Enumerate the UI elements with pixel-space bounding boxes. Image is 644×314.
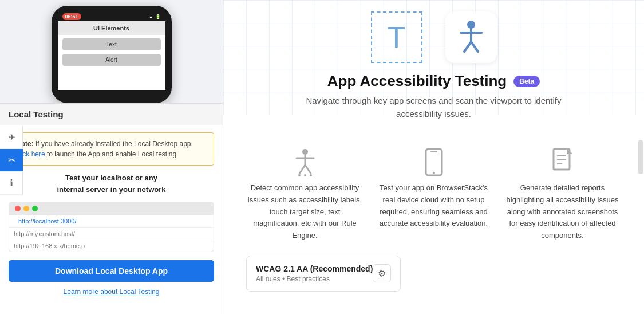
svg-line-4 (471, 42, 478, 52)
wcag-info: WCAG 2.1 AA (Recommended) All rules • Be… (256, 264, 373, 283)
browser-url-secondary-1: http://my.custom.host/ (9, 227, 214, 240)
svg-line-3 (464, 42, 471, 52)
phone-icons: ▲ 🔋 (149, 14, 161, 19)
phone-status-bar: 06:51 ▲ 🔋 (58, 12, 165, 21)
title-row: App Accessibility Testing Beta (327, 72, 540, 90)
feature-text-phone: Test your app on BrowserStack's real dev… (375, 182, 492, 230)
phone-screen-header: UI Elements (58, 21, 165, 35)
side-nav: ✈ ✂ ℹ (0, 126, 23, 195)
wifi-icon: ▲ (149, 14, 153, 19)
feature-card-phone: Test your app on BrowserStack's real dev… (375, 148, 492, 242)
nav-info[interactable]: ℹ (0, 172, 23, 195)
browser-close-dot (15, 206, 21, 211)
battery-icon: 🔋 (155, 14, 161, 19)
svg-line-8 (299, 165, 305, 174)
svg-point-10 (298, 174, 301, 176)
svg-rect-15 (430, 151, 437, 152)
send-icon: ✈ (8, 132, 15, 143)
phone-screen-alert-item: Alert (62, 54, 161, 66)
blueprint-letter: T (388, 22, 406, 52)
browser-url-secondary-2: http://192.168.x.x/home.p (9, 240, 214, 252)
beta-badge: Beta (513, 76, 540, 87)
bottom-section: WCAG 2.1 AA (Recommended) All rules • Be… (246, 256, 621, 292)
phone-mockup: 06:51 ▲ 🔋 UI Elements Text Alert (52, 6, 172, 103)
svg-line-9 (305, 165, 311, 174)
accessibility-hero: T App Accessibility Testing Beta (246, 11, 621, 134)
browser-minimize-dot (23, 206, 29, 211)
nav-scissors[interactable]: ✂ (0, 149, 23, 172)
scissors-icon: ✂ (8, 155, 15, 166)
phone-area: 06:51 ▲ 🔋 UI Elements Text Alert (0, 0, 223, 103)
svg-point-14 (433, 172, 435, 174)
wcag-title: WCAG 2.1 AA (Recommended) (256, 264, 373, 273)
feature-report-icon (551, 148, 574, 176)
hero-icons-row: T (371, 11, 497, 63)
note-box: Note: If you have already installed the … (9, 132, 214, 166)
right-content: T App Accessibility Testing Beta (223, 0, 644, 303)
note-text: If you have already installed the Local … (35, 140, 193, 148)
left-panel: ✈ ✂ ℹ 06:51 ▲ 🔋 UI Elements Text Alert (0, 0, 223, 314)
wcag-card: WCAG 2.1 AA (Recommended) All rules • Be… (246, 256, 401, 292)
phone-time: 06:51 (62, 13, 81, 20)
blueprint-icon: T (371, 11, 422, 63)
local-testing-panel: Local Testing Note: If you have already … (0, 103, 223, 314)
browser-tab-bar (9, 202, 214, 215)
page-subtitle: Navigate through key app screens and sca… (291, 95, 577, 120)
download-local-app-button[interactable]: Download Local Desktop App (9, 260, 214, 282)
svg-point-0 (467, 21, 475, 29)
local-testing-header: Local Testing (0, 104, 223, 125)
phone-screen-text-item: Text (62, 38, 161, 50)
phone-screen: UI Elements Text Alert (58, 21, 165, 90)
feature-accessibility-icon (294, 148, 317, 176)
browser-maximize-dot (32, 206, 38, 211)
url-browser-mockup: http://localhost:3000/ http://my.custom.… (9, 202, 214, 252)
wcag-gear-button[interactable]: ⚙ (373, 264, 391, 282)
right-panel: T App Accessibility Testing Beta (223, 0, 644, 314)
features-row: Detect common app accessibility issues s… (246, 148, 621, 242)
nav-send[interactable]: ✈ (0, 126, 23, 149)
feature-card-accessibility: Detect common app accessibility issues s… (246, 148, 364, 242)
page-title: App Accessibility Testing (327, 72, 507, 90)
accessibility-person-icon (457, 20, 485, 54)
feature-text-accessibility: Detect common app accessibility issues s… (246, 182, 364, 242)
info-icon: ℹ (10, 178, 13, 189)
browser-url-primary[interactable]: http://localhost:3000/ (14, 215, 209, 227)
feature-text-report: Generate detailed reports highlighting a… (504, 182, 621, 242)
svg-point-12 (310, 174, 312, 176)
svg-point-11 (304, 174, 306, 176)
note-suffix: to launch the App and enable Local testi… (45, 150, 177, 158)
test-description-line2: internal server in your network (57, 185, 165, 194)
feature-phone-icon (424, 148, 444, 176)
feature-card-report: Generate detailed reports highlighting a… (504, 148, 621, 242)
local-testing-body: Note: If you have already installed the … (0, 125, 223, 303)
learn-more-link[interactable]: Learn more about Local Testing (9, 288, 214, 296)
wcag-subtitle: All rules • Best practices (256, 275, 373, 283)
svg-rect-13 (426, 149, 442, 175)
person-icon-box (445, 11, 497, 63)
test-description-line1: Test your localhost or any (65, 174, 157, 182)
test-description: Test your localhost or any internal serv… (9, 172, 214, 195)
